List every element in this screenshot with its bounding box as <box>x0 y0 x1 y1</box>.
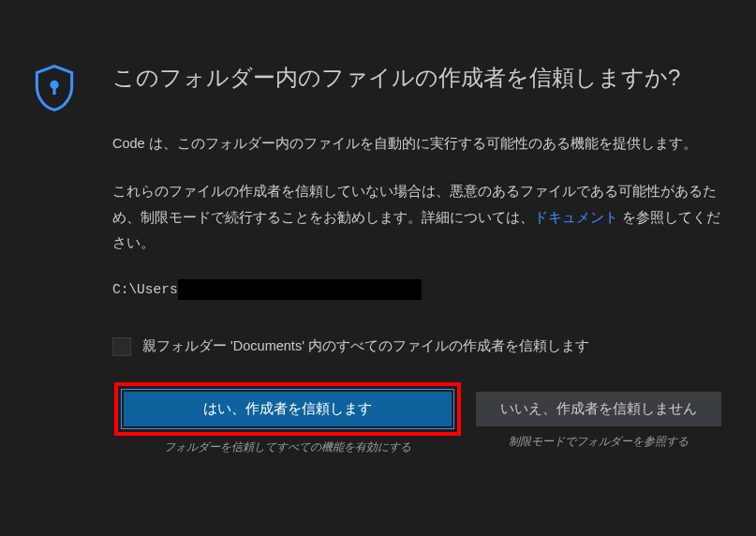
trust-button[interactable]: はい、作成者を信頼します <box>124 392 452 426</box>
folder-path-redacted <box>178 279 422 300</box>
folder-path-prefix: C:\Users <box>112 282 178 297</box>
content-column: このフォルダー内のファイルの作成者を信頼しますか? Code は、このフォルダー… <box>112 28 721 455</box>
icon-column <box>28 28 112 455</box>
dialog-description-2: これらのファイルの作成者を信頼していない場合は、悪意のあるファイルである可能性が… <box>112 179 721 257</box>
dialog-description-1: Code は、このフォルダー内のファイルを自動的に実行する可能性のある機能を提供… <box>112 131 721 157</box>
dont-trust-button-subtitle: 制限モードでフォルダーを参照する <box>476 434 721 450</box>
trust-button-subtitle: フォルダーを信頼してすべての機能を有効にする <box>112 439 463 455</box>
workspace-trust-dialog: このフォルダー内のファイルの作成者を信頼しますか? Code は、このフォルダー… <box>0 0 756 484</box>
shield-icon <box>28 102 81 117</box>
dialog-buttons-row: はい、作成者を信頼します フォルダーを信頼してすべての機能を有効にする いいえ、… <box>112 382 721 455</box>
dont-trust-button[interactable]: いいえ、作成者を信頼しません <box>476 392 721 426</box>
documentation-link[interactable]: ドキュメント <box>534 210 618 225</box>
trust-parent-checkbox-label: 親フォルダー 'Documents' 内のすべてのファイルの作成者を信頼します <box>142 337 589 355</box>
highlight-annotation: はい、作成者を信頼します <box>114 382 461 436</box>
dont-trust-button-group: いいえ、作成者を信頼しません 制限モードでフォルダーを参照する <box>476 382 721 450</box>
svg-rect-1 <box>52 87 55 95</box>
trust-parent-checkbox[interactable] <box>112 337 131 356</box>
folder-path-row: C:\Users <box>112 279 721 300</box>
dialog-title: このフォルダー内のファイルの作成者を信頼しますか? <box>112 62 721 94</box>
trust-parent-checkbox-row: 親フォルダー 'Documents' 内のすべてのファイルの作成者を信頼します <box>112 337 721 356</box>
trust-button-group: はい、作成者を信頼します フォルダーを信頼してすべての機能を有効にする <box>112 382 463 455</box>
